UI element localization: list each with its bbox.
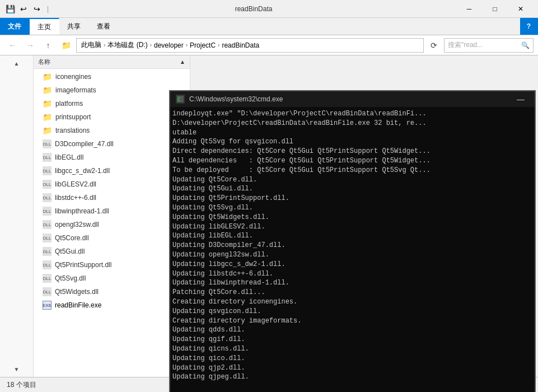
tab-share[interactable]: 共享 bbox=[59, 18, 89, 35]
search-icon: 🔍 bbox=[521, 41, 530, 49]
address-path[interactable]: 此电脑 › 本地磁盘 (D:) › developer › ProjectC ›… bbox=[76, 38, 424, 53]
file-list: 📁 iconengines 📁 imageformats 📁 platforms… bbox=[34, 69, 190, 377]
sidebar-scroll-down[interactable]: ▼ bbox=[3, 363, 31, 375]
minimize-button[interactable]: ─ bbox=[456, 0, 482, 18]
path-developer: developer bbox=[154, 41, 184, 49]
item-count: 18 个项目 bbox=[7, 380, 36, 390]
help-button[interactable]: ? bbox=[520, 18, 538, 35]
list-item[interactable]: DLL Qt5PrintSupport.dll bbox=[34, 258, 190, 272]
cmd-window[interactable]: C C:\Windows\system32\cmd.exe — indeploy… bbox=[169, 90, 536, 392]
folder-icon: 📁 bbox=[43, 99, 52, 108]
path-projectc: ProjectC bbox=[190, 41, 216, 49]
cmd-title-bar: C C:\Windows\system32\cmd.exe — bbox=[170, 91, 535, 107]
window-title: readBinData bbox=[51, 5, 456, 13]
address-bar: ← → ↑ 📁 此电脑 › 本地磁盘 (D:) › developer › Pr… bbox=[0, 35, 538, 55]
list-item[interactable]: DLL Qt5Gui.dll bbox=[34, 245, 190, 258]
dll-icon: DLL bbox=[43, 139, 52, 148]
sort-indicator: ▲ bbox=[180, 59, 185, 65]
svg-text:C: C bbox=[177, 97, 180, 102]
dll-icon: DLL bbox=[43, 180, 52, 189]
dll-icon: DLL bbox=[43, 166, 52, 175]
main-area: ▲ ▼ 名称 ▲ 📁 iconengines 📁 imageformats 📁 … bbox=[0, 55, 538, 377]
dll-icon: DLL bbox=[43, 234, 52, 242]
list-item[interactable]: DLL libstdc++-6.dll bbox=[34, 191, 190, 204]
sidebar: ▲ ▼ bbox=[0, 55, 34, 377]
file-panel: 名称 ▲ 📁 iconengines 📁 imageformats 📁 plat… bbox=[34, 55, 190, 377]
close-button[interactable]: ✕ bbox=[508, 0, 534, 18]
tab-view[interactable]: 查看 bbox=[89, 18, 119, 35]
forward-button[interactable]: → bbox=[22, 38, 38, 53]
dll-icon: DLL bbox=[43, 274, 52, 283]
list-item[interactable]: DLL libgcc_s_dw2-1.dll bbox=[34, 164, 190, 178]
dll-icon: DLL bbox=[43, 247, 52, 256]
list-item[interactable]: DLL libGLESV2.dll bbox=[34, 178, 190, 191]
back-button[interactable]: ← bbox=[4, 38, 20, 53]
list-item[interactable]: DLL Qt5Svg.dll bbox=[34, 272, 190, 285]
up-button[interactable]: ↑ bbox=[40, 38, 56, 53]
cmd-output: indeployqt.exe" "D:\developer\ProjectC\r… bbox=[170, 107, 535, 392]
dll-icon: DLL bbox=[43, 207, 52, 216]
list-item[interactable]: DLL Qt5Core.dll bbox=[34, 231, 190, 245]
folder-icon: 📁 bbox=[43, 86, 52, 95]
dll-icon: DLL bbox=[43, 220, 52, 229]
folder-icon: 📁 bbox=[58, 38, 74, 53]
undo-icon[interactable]: ↩ bbox=[18, 3, 29, 15]
list-item[interactable]: 📁 imageformats bbox=[34, 83, 190, 97]
list-item[interactable]: 📁 printsupport bbox=[34, 110, 190, 124]
dll-icon: DLL bbox=[43, 153, 52, 162]
path-readbindata: readBinData bbox=[222, 41, 259, 49]
list-item[interactable]: 📁 iconengines bbox=[34, 70, 190, 83]
path-pc: 此电脑 bbox=[81, 40, 101, 50]
window-controls: ─ □ ✕ bbox=[456, 0, 534, 18]
cmd-minimize-button[interactable]: — bbox=[512, 91, 529, 107]
tab-file[interactable]: 文件 bbox=[0, 18, 30, 35]
list-item[interactable]: DLL libwinpthread-1.dll bbox=[34, 204, 190, 218]
maximize-button[interactable]: □ bbox=[482, 0, 508, 18]
folder-icon: 📁 bbox=[43, 113, 52, 122]
refresh-button[interactable]: ⟳ bbox=[426, 38, 442, 53]
path-drive: 本地磁盘 (D:) bbox=[107, 40, 147, 50]
file-panel-header: 名称 ▲ bbox=[34, 55, 190, 69]
dll-icon: DLL bbox=[43, 260, 52, 269]
search-box[interactable]: 搜索"read... 🔍 bbox=[444, 38, 534, 53]
cmd-title: C:\Windows\system32\cmd.exe bbox=[189, 95, 512, 103]
dll-icon: DLL bbox=[43, 287, 52, 296]
ribbon-tabs: 文件 主页 共享 查看 ? bbox=[0, 18, 538, 35]
ribbon: 文件 主页 共享 查看 ? bbox=[0, 18, 538, 35]
folder-icon: 📁 bbox=[43, 72, 52, 81]
title-bar: 💾 ↩ ↪ | readBinData ─ □ ✕ bbox=[0, 0, 538, 18]
search-placeholder: 搜索"read... bbox=[448, 40, 483, 50]
list-item[interactable]: 📁 platforms bbox=[34, 97, 190, 110]
list-item[interactable]: 📁 translations bbox=[34, 124, 190, 137]
list-item[interactable]: DLL D3Dcompiler_47.dll bbox=[34, 137, 190, 151]
list-item[interactable]: DLL libEGL.dll bbox=[34, 151, 190, 164]
cmd-app-icon: C bbox=[176, 95, 185, 104]
save-icon[interactable]: 💾 bbox=[4, 3, 16, 15]
dll-icon: DLL bbox=[43, 193, 52, 202]
sidebar-scroll-up[interactable]: ▲ bbox=[3, 58, 31, 69]
list-item[interactable]: DLL Qt5Widgets.dll bbox=[34, 285, 190, 298]
redo-icon[interactable]: ↪ bbox=[31, 3, 43, 15]
tab-home[interactable]: 主页 bbox=[30, 18, 59, 35]
list-item[interactable]: EXE readBinFile.exe bbox=[34, 298, 190, 312]
exe-icon: EXE bbox=[43, 301, 52, 310]
title-bar-quick-access: 💾 ↩ ↪ | bbox=[4, 3, 51, 15]
list-item[interactable]: DLL opengl32sw.dll bbox=[34, 218, 190, 231]
name-column-header: 名称 bbox=[38, 58, 50, 66]
folder-icon: 📁 bbox=[43, 126, 52, 135]
